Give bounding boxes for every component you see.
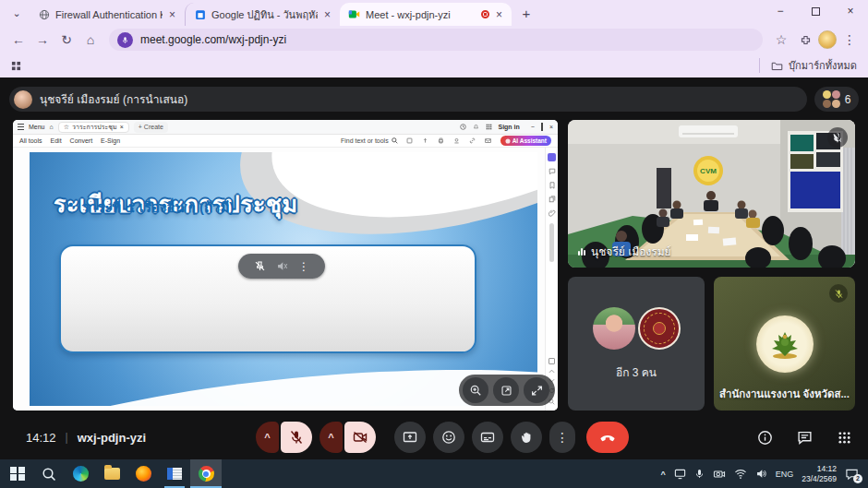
close-window-button[interactable]: × <box>833 0 868 22</box>
hidden-icons-chevron[interactable]: ^ <box>660 470 665 479</box>
camera-off-button[interactable] <box>344 422 376 453</box>
pop-out-button[interactable] <box>493 377 519 403</box>
new-tab-button[interactable]: + <box>515 2 537 24</box>
acrobat-close[interactable]: × <box>549 124 553 130</box>
bookmark-icon[interactable] <box>549 182 556 189</box>
address-bar[interactable]: meet.google.com/wxj-pdjn-yzi <box>109 29 763 51</box>
tab-calendar[interactable]: Google ปฏิทิน - วันพฤหัสบดี, 23 เ × <box>185 3 340 26</box>
apps-grid-icon[interactable] <box>485 124 492 131</box>
mic-off-button[interactable] <box>281 422 312 453</box>
export-icon[interactable] <box>406 137 414 145</box>
minimize-button[interactable]: − <box>763 0 798 22</box>
video-tile-main[interactable]: CVM <box>568 120 855 268</box>
meet-main: นุชจรีย์ เมืองรมย์ (การนำเสนอ) 6 Menu ⌂ … <box>0 77 868 459</box>
camera-options-chevron[interactable]: ^ <box>319 422 343 453</box>
chrome-icon[interactable] <box>190 459 222 488</box>
extensions-icon[interactable] <box>794 29 816 51</box>
volume-off-icon[interactable] <box>276 260 288 272</box>
share-icon[interactable] <box>422 137 429 145</box>
fullscreen-button[interactable] <box>524 377 549 403</box>
wifi-icon[interactable] <box>734 469 747 480</box>
more-options-button[interactable]: ⋮ <box>549 422 575 453</box>
display-icon[interactable] <box>674 468 686 480</box>
page-view-icon[interactable] <box>549 358 555 364</box>
present-button[interactable] <box>394 422 426 453</box>
video-tile-others[interactable]: อีก 3 คน <box>568 277 705 411</box>
create-label: Create <box>144 124 163 130</box>
bookmark-star-icon[interactable]: ☆ <box>770 29 792 51</box>
acrobat-menu-label[interactable]: Menu <box>29 124 45 130</box>
camera-device-icon[interactable] <box>713 469 726 480</box>
maximize-button[interactable] <box>798 0 833 22</box>
history-clock-icon[interactable] <box>459 124 466 131</box>
edge-icon[interactable] <box>65 459 96 488</box>
close-tab-icon[interactable]: × <box>495 8 503 21</box>
convert-menu[interactable]: Convert <box>70 137 93 144</box>
firefox-icon[interactable] <box>127 459 159 488</box>
end-call-button[interactable] <box>586 422 629 453</box>
video-tile-office[interactable]: สำนักงานแรงงาน จังหวัดส... <box>714 277 855 411</box>
close-tab-icon[interactable]: × <box>323 8 332 21</box>
link-icon[interactable] <box>469 137 476 145</box>
profile-avatar[interactable] <box>818 30 837 49</box>
participant-count-pill[interactable]: 6 <box>814 87 859 112</box>
mic-options-chevron[interactable]: ^ <box>256 422 279 453</box>
tab-firewall[interactable]: Firewall Authentication Keepali × <box>30 3 185 26</box>
all-bookmarks[interactable]: บุ๊กมาร์กทั้งหมด <box>759 58 857 73</box>
chevron-down-icon: ⌄ <box>12 7 20 19</box>
more-options-icon[interactable]: ⋮ <box>298 260 309 273</box>
close-tab-icon[interactable]: × <box>168 8 176 21</box>
acrobat-create-tab[interactable]: + Create <box>134 122 168 133</box>
acrobat-doc-tab[interactable]: ☆ วาระการประชุม × <box>58 122 129 133</box>
attachment-icon[interactable] <box>549 209 556 217</box>
system-tray: ^ ENG 14:12 23/4/2569 2 <box>660 464 868 482</box>
hamburger-menu-icon[interactable] <box>18 124 24 130</box>
start-button[interactable] <box>2 459 33 488</box>
send-email-icon[interactable] <box>485 137 492 145</box>
url-text: meet.google.com/wxj-pdjn-yzi <box>140 33 286 46</box>
tab-meet-active[interactable]: Meet - wxj-pdjn-yzi × <box>340 3 512 26</box>
acrobat-home-icon[interactable]: ⌂ <box>50 124 54 130</box>
page-up-icon[interactable] <box>549 369 555 374</box>
presenter-banner[interactable]: นุชจรีย์ เมืองรมย์ (การนำเสนอ) <box>9 87 807 112</box>
browser-menu-icon[interactable]: ⋮ <box>838 29 861 51</box>
unpin-icon[interactable] <box>254 260 266 272</box>
forward-button[interactable]: → <box>31 29 54 51</box>
scrollbar-thumb[interactable] <box>549 223 554 262</box>
home-button[interactable]: ⌂ <box>79 29 102 51</box>
sign-in-label[interactable]: Sign in <box>498 124 519 130</box>
acrobat-minimize[interactable]: − <box>531 124 535 130</box>
tab-search-button[interactable]: ⌄ <box>6 4 28 22</box>
microphone-icon[interactable] <box>694 468 705 480</box>
stamp-icon[interactable] <box>453 137 461 145</box>
comment-icon[interactable] <box>549 168 556 175</box>
apps-grid-icon[interactable] <box>11 61 21 71</box>
find-tools[interactable]: Find text or tools <box>341 137 398 144</box>
esign-menu[interactable]: E-Sign <box>101 137 120 144</box>
ai-assistant-button[interactable]: AI Assistant <box>500 136 551 146</box>
notifications-button[interactable]: 2 <box>845 468 859 481</box>
app-window-icon[interactable] <box>159 459 190 488</box>
search-button[interactable] <box>33 459 65 488</box>
captions-button[interactable] <box>472 422 503 453</box>
bell-icon[interactable] <box>472 124 479 131</box>
pages-icon[interactable] <box>549 196 556 203</box>
file-explorer-icon[interactable] <box>96 459 127 488</box>
zoom-in-button[interactable] <box>463 377 488 403</box>
back-button[interactable]: ← <box>7 29 30 51</box>
reload-button[interactable]: ↻ <box>55 29 78 51</box>
reactions-button[interactable] <box>433 422 464 453</box>
chat-button[interactable] <box>793 426 815 448</box>
activities-button[interactable] <box>833 426 855 448</box>
all-tools-menu[interactable]: All tools <box>19 137 42 144</box>
language-indicator[interactable]: ENG <box>776 470 794 479</box>
raise-hand-button[interactable] <box>511 422 542 453</box>
volume-icon[interactable] <box>755 468 767 480</box>
print-icon[interactable] <box>438 137 445 145</box>
acrobat-restore[interactable] <box>541 124 543 130</box>
taskbar-clock[interactable]: 14:12 23/4/2569 <box>802 464 837 482</box>
edit-menu[interactable]: Edit <box>51 137 62 144</box>
selected-tool-icon[interactable] <box>548 153 556 161</box>
close-doc-icon[interactable]: × <box>120 124 124 130</box>
meeting-details-button[interactable] <box>753 426 776 448</box>
